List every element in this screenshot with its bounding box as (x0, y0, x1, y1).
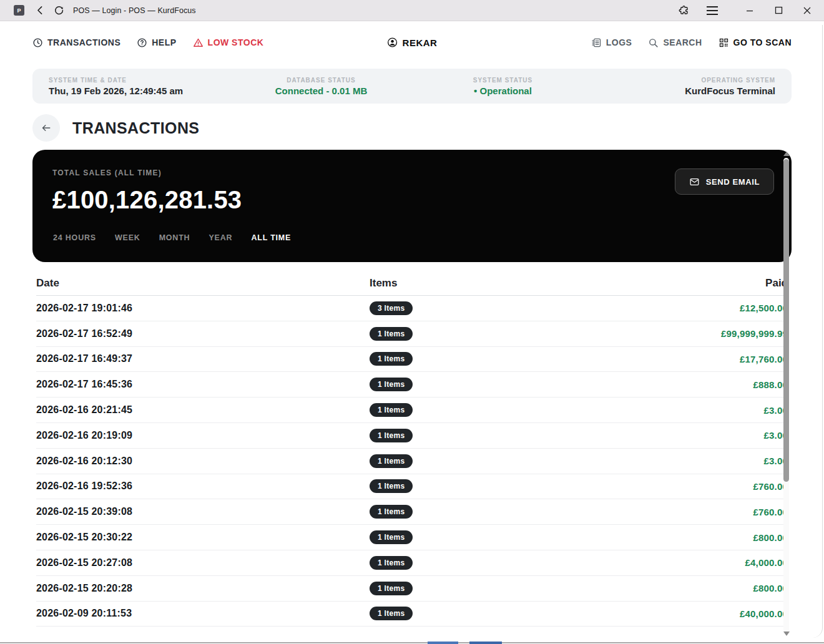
arrow-left-icon (40, 122, 52, 134)
browser-menu-icon[interactable] (702, 2, 723, 19)
status-os: OPERATING SYSTEM KurdFocus Terminal (594, 77, 775, 96)
transaction-date: 2026-02-17 19:01:46 (36, 303, 370, 314)
page-heading-row: TRANSACTIONS (0, 114, 824, 142)
nav-transactions[interactable]: TRANSACTIONS (32, 37, 120, 48)
nav-help-label: HELP (152, 37, 176, 47)
table-row[interactable]: 2026-02-17 16:45:36 1 Items £888.00 (36, 372, 788, 398)
status-value: Connected - 0.01 MB (275, 85, 368, 96)
site-favicon: P (14, 5, 24, 16)
filter-week[interactable]: WEEK (115, 233, 140, 242)
items-badge: 3 Items (370, 301, 413, 315)
table-row[interactable]: 2026-02-15 20:27:08 1 Items £4,000.00 (36, 550, 788, 576)
page-title: TRANSACTIONS (72, 119, 199, 137)
nav-search-label: SEARCH (663, 37, 702, 47)
scroll-down-arrow-icon[interactable] (783, 632, 790, 636)
table-row[interactable]: 2026-02-16 20:21:45 1 Items £3.00 (36, 398, 788, 423)
items-badge: 1 Items (370, 327, 413, 341)
refresh-icon (54, 5, 64, 16)
column-header-date: Date (36, 277, 370, 290)
back-button[interactable] (32, 114, 60, 142)
window-minimize-button[interactable] (739, 2, 760, 19)
transaction-items-cell: 1 Items (370, 403, 763, 417)
transaction-items-cell: 1 Items (370, 429, 763, 442)
partial-bottom-element (469, 642, 502, 644)
transaction-date: 2026-02-15 20:39:08 (36, 506, 370, 517)
scrollbar-thumb[interactable] (783, 159, 789, 482)
vertical-scrollbar[interactable] (782, 152, 791, 638)
transaction-items-cell: 1 Items (370, 607, 740, 620)
search-icon (648, 37, 659, 48)
transaction-items-cell: 1 Items (370, 505, 753, 519)
transactions-table: Date Items Paid 2026-02-17 19:01:46 3 It… (36, 271, 788, 627)
transaction-date: 2026-02-15 20:20:28 (36, 583, 370, 594)
column-header-items: Items (370, 277, 765, 290)
nav-help[interactable]: HELP (137, 37, 176, 48)
items-badge: 1 Items (370, 429, 413, 442)
send-email-button[interactable]: SEND EMAIL (675, 168, 774, 195)
window-close-button[interactable] (797, 2, 818, 19)
close-icon (803, 6, 812, 15)
filter-year[interactable]: YEAR (208, 233, 232, 242)
transaction-items-cell: 1 Items (370, 530, 753, 544)
nav-user-label: REKAR (403, 37, 438, 48)
transaction-paid: £40,000.00 (740, 608, 788, 619)
window-maximize-button[interactable] (768, 2, 789, 19)
nav-search[interactable]: SEARCH (648, 37, 702, 48)
status-label: SYSTEM TIME & DATE (49, 77, 230, 84)
table-body: 2026-02-17 19:01:46 3 Items £12,500.00 2… (36, 296, 788, 627)
browser-back-button[interactable] (31, 2, 49, 19)
chevron-left-icon (35, 5, 46, 16)
total-sales-amount: £100,126,281.53 (52, 186, 772, 214)
transaction-items-cell: 1 Items (370, 378, 753, 391)
items-badge: 1 Items (370, 403, 413, 417)
nav-logs[interactable]: LOGS (591, 37, 632, 48)
bottom-edge-line (0, 642, 824, 643)
transaction-items-cell: 3 Items (370, 301, 740, 315)
status-time-date: SYSTEM TIME & DATE Thu, 19 Feb 2026, 12:… (49, 77, 230, 96)
transaction-items-cell: 1 Items (370, 582, 753, 595)
table-row[interactable]: 2026-02-15 20:30:22 1 Items £800.00 (36, 525, 788, 550)
send-email-label: SEND EMAIL (706, 177, 760, 187)
nav-go-to-scan[interactable]: GO TO SCAN (719, 37, 792, 48)
filter-24-hours[interactable]: 24 HOURS (53, 233, 96, 242)
table-row[interactable]: 2026-02-15 20:39:08 1 Items £760.00 (36, 499, 788, 525)
table-row[interactable]: 2026-02-17 16:49:37 1 Items £17,760.00 (36, 347, 788, 373)
table-row[interactable]: 2026-02-15 20:20:28 1 Items £800.00 (36, 576, 788, 602)
transaction-items-cell: 1 Items (370, 556, 745, 570)
nav-user-rekar[interactable]: REKAR (387, 37, 438, 48)
warning-triangle-icon (193, 37, 204, 48)
browser-refresh-button[interactable] (49, 2, 68, 19)
nav-low-stock-label: LOW STOCK (208, 37, 264, 47)
transaction-date: 2026-02-15 20:27:08 (36, 557, 370, 568)
table-row[interactable]: 2026-02-09 20:11:53 1 Items £40,000.00 (36, 602, 788, 627)
table-row[interactable]: 2026-02-16 20:19:09 1 Items £3.00 (36, 423, 788, 449)
scroll-up-arrow-icon[interactable] (783, 152, 790, 156)
items-badge: 1 Items (370, 607, 413, 620)
user-circle-icon (387, 37, 398, 48)
table-row[interactable]: 2026-02-16 19:52:36 1 Items £760.00 (36, 474, 788, 500)
system-status-bar: SYSTEM TIME & DATE Thu, 19 Feb 2026, 12:… (32, 69, 792, 104)
table-row[interactable]: 2026-02-16 20:12:30 1 Items £3.00 (36, 449, 788, 474)
clock-icon (32, 37, 43, 48)
items-badge: 1 Items (370, 505, 413, 519)
transaction-date: 2026-02-16 20:19:09 (36, 430, 370, 441)
transaction-items-cell: 1 Items (370, 479, 753, 493)
transaction-paid: £12,500.00 (740, 303, 788, 313)
transaction-items-cell: 1 Items (370, 454, 763, 468)
items-badge: 1 Items (370, 454, 413, 468)
transaction-items-cell: 1 Items (370, 352, 740, 366)
filter-month[interactable]: MONTH (159, 233, 190, 242)
hamburger-icon (707, 6, 718, 15)
filter-all-time[interactable]: ALL TIME (251, 233, 291, 242)
transaction-date: 2026-02-16 19:52:36 (36, 481, 370, 492)
status-system: SYSTEM STATUS • Operational (412, 77, 594, 96)
transaction-date: 2026-02-16 20:12:30 (36, 456, 370, 467)
extensions-puzzle-icon[interactable] (673, 2, 694, 19)
filter-tabs: 24 HOURSWEEKMONTHYEARALL TIME (53, 233, 291, 242)
table-row[interactable]: 2026-02-17 19:01:46 3 Items £12,500.00 (36, 296, 788, 321)
transaction-items-cell: 1 Items (370, 327, 721, 341)
browser-window: P POS — Login - POS — KurdFocus (0, 0, 824, 644)
table-row[interactable]: 2026-02-17 16:52:49 1 Items £99,999,999.… (36, 321, 788, 347)
envelope-icon (689, 177, 700, 187)
nav-low-stock[interactable]: LOW STOCK (193, 37, 264, 48)
